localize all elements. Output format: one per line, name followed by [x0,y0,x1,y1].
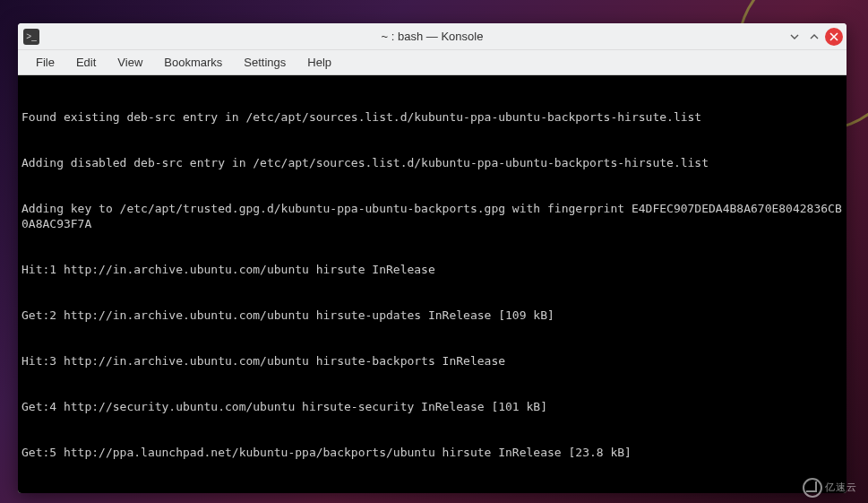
terminal-output: Hit:3 http://in.archive.ubuntu.com/ubunt… [21,353,843,369]
terminal-output: Get:2 http://in.archive.ubuntu.com/ubunt… [21,308,843,323]
chevron-down-icon [789,31,800,42]
terminal-output: Adding key to /etc/apt/trusted.gpg.d/kub… [21,201,843,231]
maximize-button[interactable] [805,28,823,46]
watermark-text: 亿速云 [825,481,857,492]
terminal-output: Found existing deb-src entry in /etc/apt… [21,109,843,125]
minimize-button[interactable] [786,28,804,46]
window-title: ~ : bash — Konsole [18,30,847,43]
menu-file[interactable]: File [25,52,65,73]
watermark-logo-icon [803,478,822,498]
menubar: File Edit View Bookmarks Settings Help [18,50,847,75]
terminal-output: Get:4 http://security.ubuntu.com/ubuntu … [21,399,843,414]
terminal-output: Adding disabled deb-src entry in /etc/ap… [21,155,843,170]
terminal-output: Get:6 http://ppa.launchpad.net/kubuntu-p… [21,490,843,493]
menu-help[interactable]: Help [296,52,342,73]
watermark: 亿速云 [803,478,857,498]
terminal-output: Get:5 http://ppa.launchpad.net/kubuntu-p… [21,445,843,460]
chevron-up-icon [809,31,820,42]
terminal-output: Hit:1 http://in.archive.ubuntu.com/ubunt… [21,262,843,277]
titlebar[interactable]: >_ ~ : bash — Konsole [18,23,847,50]
menu-edit[interactable]: Edit [65,52,107,73]
close-button[interactable] [825,28,843,46]
close-icon [829,32,838,41]
window-controls [786,28,843,46]
menu-bookmarks[interactable]: Bookmarks [153,52,233,73]
konsole-window: >_ ~ : bash — Konsole File Edit View Boo… [18,23,847,493]
terminal-viewport[interactable]: Found existing deb-src entry in /etc/apt… [18,75,847,493]
menu-settings[interactable]: Settings [233,52,296,73]
menu-view[interactable]: View [107,52,153,73]
konsole-app-icon: >_ [23,29,39,45]
